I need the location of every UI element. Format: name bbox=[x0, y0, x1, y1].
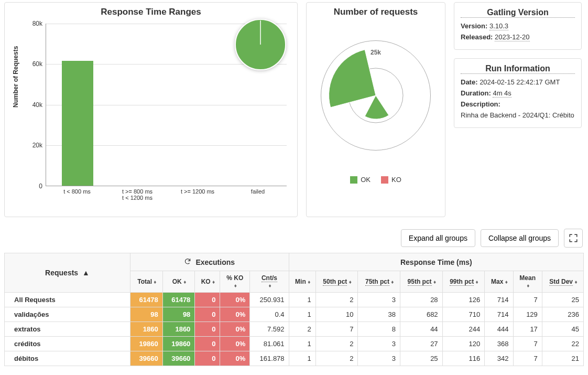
fullscreen-icon bbox=[569, 233, 578, 243]
row-p99: 120 bbox=[442, 337, 485, 351]
col-min[interactable]: Min ♦ bbox=[289, 271, 315, 293]
row-ok: 61478 bbox=[162, 293, 195, 307]
row-mean: 129 bbox=[513, 307, 542, 322]
row-ko: 0 bbox=[195, 293, 220, 307]
ok-swatch-icon bbox=[350, 176, 357, 184]
row-min: 1 bbox=[289, 307, 315, 322]
col-ko[interactable]: KO ♦ bbox=[195, 271, 220, 293]
row-sd: 236 bbox=[542, 307, 583, 322]
expand-all-button[interactable]: Expand all groups bbox=[401, 229, 475, 247]
row-p95: 682 bbox=[400, 307, 443, 322]
row-max: 342 bbox=[485, 351, 513, 366]
col-p99[interactable]: 99th pct ♦ bbox=[442, 271, 485, 293]
col-mean[interactable]: Mean♦ bbox=[513, 271, 542, 293]
row-p95: 27 bbox=[400, 337, 443, 351]
run-desc-value: Rinha de Backend - 2024/Q1: Crébito bbox=[461, 111, 575, 119]
legend-ko[interactable]: KO bbox=[381, 176, 401, 184]
req-polar-fans bbox=[307, 25, 445, 166]
legend-ok-label: OK bbox=[361, 176, 371, 184]
rt-bar-0 bbox=[62, 61, 93, 186]
row-mean: 7 bbox=[513, 337, 542, 351]
row-total: 19860 bbox=[130, 337, 163, 351]
row-kopct: 0% bbox=[220, 307, 250, 322]
table-row[interactable]: débitos396603966000%161.8781232511634272… bbox=[5, 351, 584, 366]
run-duration-value: 4m 4s bbox=[493, 89, 511, 98]
table-row[interactable]: créditos198601986000%81.0611232712036872… bbox=[5, 337, 584, 351]
col-p50[interactable]: 50th pct ♦ bbox=[315, 271, 358, 293]
col-cnts[interactable]: Cnt/s♦ bbox=[250, 271, 289, 293]
row-total: 61478 bbox=[130, 293, 163, 307]
row-p50: 7 bbox=[315, 322, 358, 337]
row-cnts: 7.592 bbox=[250, 322, 289, 337]
row-kopct: 0% bbox=[220, 351, 250, 366]
run-information-panel: Run Information Date: 2024-02-15 22:42:1… bbox=[454, 58, 582, 128]
rt-xtick-1: t >= 800 mst < 1200 ms bbox=[111, 188, 164, 201]
row-mean: 7 bbox=[513, 351, 542, 366]
row-total: 98 bbox=[130, 307, 163, 322]
rt-ytick: 0 bbox=[39, 183, 42, 190]
collapse-all-button[interactable]: Collapse all groups bbox=[481, 229, 559, 247]
legend-ok[interactable]: OK bbox=[350, 176, 371, 184]
stats-table: Requests ▲ Executions Response Time (ms)… bbox=[4, 253, 584, 366]
row-cnts: 161.878 bbox=[250, 351, 289, 366]
row-total: 1860 bbox=[130, 322, 163, 337]
rt-ytick: 60k bbox=[32, 60, 42, 68]
col-sd[interactable]: Std Dev ♦ bbox=[542, 271, 583, 293]
refresh-icon bbox=[184, 258, 191, 266]
row-kopct: 0% bbox=[220, 322, 250, 337]
row-p50: 2 bbox=[315, 337, 358, 351]
row-name: All Requests bbox=[5, 293, 130, 307]
col-ok[interactable]: OK ♦ bbox=[162, 271, 195, 293]
row-p95: 44 bbox=[400, 322, 443, 337]
sort-asc-icon: ▲ bbox=[82, 269, 90, 277]
rt-ytick: 20k bbox=[32, 142, 42, 149]
fullscreen-button[interactable] bbox=[564, 229, 583, 248]
row-p99: 710 bbox=[442, 307, 485, 322]
row-min: 2 bbox=[289, 322, 315, 337]
row-ok: 98 bbox=[162, 307, 195, 322]
row-ko: 0 bbox=[195, 322, 220, 337]
row-min: 1 bbox=[289, 293, 315, 307]
rt-xtick-3: failed bbox=[232, 188, 284, 195]
row-ko: 0 bbox=[195, 337, 220, 351]
rt-ytick: 80k bbox=[32, 20, 42, 27]
rt-panel-title: Response Time Ranges bbox=[5, 3, 297, 19]
table-row[interactable]: All Requests614786147800%250.93112328126… bbox=[5, 293, 584, 307]
row-ok: 1860 bbox=[162, 322, 195, 337]
executions-group-header: Executions bbox=[130, 253, 289, 271]
run-date-value: 2024-02-15 22:42:17 GMT bbox=[480, 78, 560, 86]
req-panel-title: Number of requests bbox=[307, 3, 445, 19]
row-p95: 25 bbox=[400, 351, 443, 366]
col-p75[interactable]: 75th pct ♦ bbox=[358, 271, 400, 293]
row-p50: 2 bbox=[315, 351, 358, 366]
row-p75: 3 bbox=[358, 293, 400, 307]
response-time-ranges-panel: Response Time Ranges Number of Requests … bbox=[4, 2, 298, 217]
table-row[interactable]: extratos1860186000%7.592278442444441745 bbox=[5, 322, 584, 337]
col-p95[interactable]: 95th pct ♦ bbox=[400, 271, 443, 293]
row-name: extratos bbox=[5, 322, 130, 337]
row-min: 1 bbox=[289, 351, 315, 366]
row-p75: 8 bbox=[358, 322, 400, 337]
row-p99: 116 bbox=[442, 351, 485, 366]
row-p75: 38 bbox=[358, 307, 400, 322]
row-sd: 21 bbox=[542, 351, 583, 366]
version-panel-title: Gatling Version bbox=[461, 8, 575, 18]
row-max: 714 bbox=[485, 293, 513, 307]
row-p75: 3 bbox=[358, 351, 400, 366]
row-name: créditos bbox=[5, 337, 130, 351]
row-sd: 25 bbox=[542, 293, 583, 307]
row-max: 368 bbox=[485, 337, 513, 351]
col-total[interactable]: Total ♦ bbox=[130, 271, 163, 293]
run-panel-title: Run Information bbox=[461, 64, 575, 74]
col-kopct[interactable]: % KO♦ bbox=[220, 271, 250, 293]
row-max: 444 bbox=[485, 322, 513, 337]
rt-xtick-2: t >= 1200 ms bbox=[171, 188, 224, 195]
rt-xtick-0: t < 800 ms bbox=[51, 188, 103, 195]
col-requests-header[interactable]: Requests ▲ bbox=[5, 253, 130, 293]
row-cnts: 0.4 bbox=[250, 307, 289, 322]
table-row[interactable]: validações989800%0.411038682710714129236 bbox=[5, 307, 584, 322]
row-total: 39660 bbox=[130, 351, 163, 366]
col-max[interactable]: Max ♦ bbox=[485, 271, 513, 293]
req-legend: OK KO bbox=[307, 176, 445, 184]
row-p99: 244 bbox=[442, 322, 485, 337]
